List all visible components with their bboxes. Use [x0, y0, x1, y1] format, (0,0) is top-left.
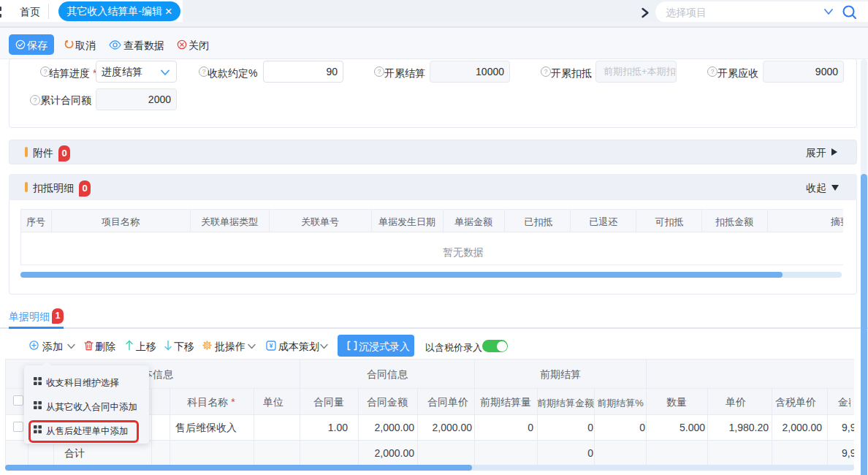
svg-text:¥: ¥: [269, 342, 273, 349]
